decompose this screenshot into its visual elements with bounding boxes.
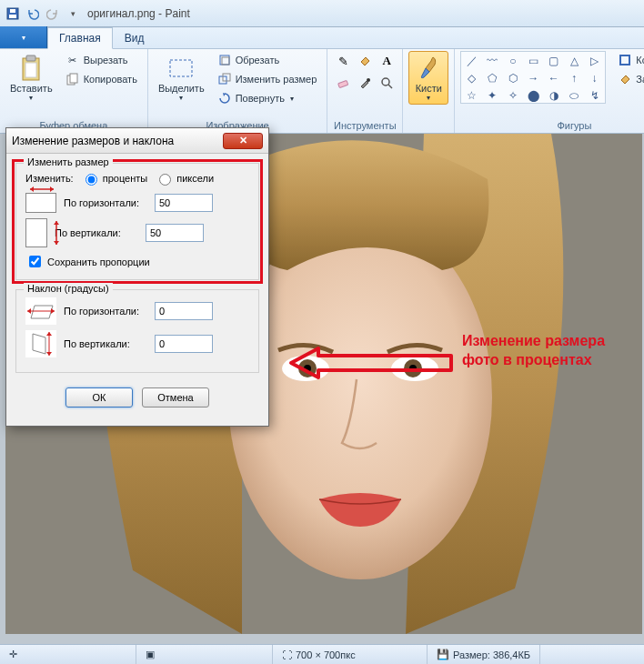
resize-legend: Изменить размер <box>24 156 113 167</box>
svg-rect-1 <box>9 15 16 18</box>
cancel-button[interactable]: Отмена <box>142 387 209 407</box>
selection-icon: ▣ <box>146 649 155 660</box>
skew-vertical-icon <box>25 330 56 357</box>
quick-access-toolbar: ▾ <box>4 5 82 23</box>
skew-h-input[interactable] <box>155 302 213 320</box>
svg-rect-8 <box>170 60 192 76</box>
svg-line-16 <box>388 85 392 88</box>
skew-h-label: По горизонтали: <box>64 306 147 317</box>
group-brushes: Кисти ▾ <box>403 49 455 133</box>
shapes-gallery[interactable]: ／〰○▭▢△▷ ◇⬠⬡→←↑↓ ☆✦✧⬤◑⬭↯ <box>460 51 606 104</box>
rotate-button[interactable]: Повернуть▾ <box>213 89 322 107</box>
crop-button[interactable]: Обрезать <box>213 51 322 69</box>
disk-icon: 💾 <box>437 649 449 660</box>
fill-button[interactable]: Заливка▾ <box>613 70 644 88</box>
svg-rect-13 <box>338 80 348 87</box>
tool-magnifier[interactable] <box>377 73 397 93</box>
radio-pixels[interactable]: пиксели <box>155 171 214 186</box>
dialog-title: Изменение размеров и наклона <box>12 135 223 147</box>
svg-point-14 <box>367 78 370 82</box>
annotation-text: Изменение размера фото в процентах <box>462 332 626 370</box>
resize-button[interactable]: Изменить размер <box>213 70 322 88</box>
radio-percent-input[interactable] <box>86 174 97 186</box>
dialog-titlebar[interactable]: Изменение размеров и наклона ✕ <box>6 128 268 154</box>
titlebar: ▾ оригинал.png - Paint <box>0 0 644 27</box>
radio-pixels-input[interactable] <box>159 174 171 186</box>
brush-icon <box>414 54 443 83</box>
scissors-icon: ✂ <box>65 53 80 67</box>
status-dimensions: ⛶700 × 700пкс <box>273 645 428 664</box>
cursor-icon: ✛ <box>9 649 17 660</box>
redo-icon[interactable] <box>44 5 62 23</box>
svg-rect-17 <box>620 55 629 65</box>
status-cursor: ✛ <box>0 645 136 664</box>
resize-v-input[interactable] <box>146 224 204 242</box>
statusbar: ✛ ▣ ⛶700 × 700пкс 💾Размер: 386,4КБ <box>0 644 644 664</box>
undo-icon[interactable] <box>24 5 42 23</box>
resize-h-input[interactable] <box>155 194 213 212</box>
copy-icon <box>65 72 80 86</box>
ribbon: Вставить ▾ ✂Вырезать Копировать Буфер об… <box>0 49 644 134</box>
group-tools-label: Инструменты <box>333 118 397 133</box>
svg-rect-5 <box>25 63 36 77</box>
cut-button[interactable]: ✂Вырезать <box>61 51 142 69</box>
group-brushes-label <box>408 118 448 133</box>
select-button[interactable]: Выделить ▾ <box>154 51 209 105</box>
tool-eraser[interactable] <box>333 73 353 93</box>
dialog-close-button[interactable]: ✕ <box>223 133 263 149</box>
skew-legend: Наклон (градусы) <box>24 283 113 294</box>
keep-ratio-checkbox[interactable] <box>29 256 41 267</box>
resize-fieldset: Изменить размер Изменить: проценты пиксе… <box>15 163 259 280</box>
window-title: оригинал.png - Paint <box>87 7 190 20</box>
resize-v-label: По вертикали: <box>55 227 138 238</box>
group-shapes-label: Фигуры <box>460 118 644 133</box>
brushes-button[interactable]: Кисти ▾ <box>408 51 448 105</box>
status-selection: ▣ <box>136 645 273 664</box>
skew-v-input[interactable] <box>155 335 213 353</box>
ok-button[interactable]: ОК <box>65 387 133 407</box>
resize-icon <box>217 72 232 86</box>
save-icon[interactable] <box>4 5 22 23</box>
select-icon <box>166 54 196 83</box>
outline-icon <box>618 53 632 67</box>
group-tools: ✎ A Инструменты <box>327 49 403 133</box>
tab-view[interactable]: Вид <box>113 26 156 48</box>
group-clipboard: Вставить ▾ ✂Вырезать Копировать Буфер об… <box>0 49 148 133</box>
svg-rect-4 <box>26 55 35 61</box>
fill-icon <box>618 72 632 86</box>
resize-vertical-icon <box>25 218 47 247</box>
close-icon: ✕ <box>239 135 247 146</box>
svg-point-15 <box>382 78 389 86</box>
copy-button[interactable]: Копировать <box>61 70 142 88</box>
tool-pencil[interactable]: ✎ <box>333 51 353 71</box>
annotation-arrow-icon <box>282 345 455 381</box>
tool-text[interactable]: A <box>377 51 397 71</box>
qat-dropdown-icon[interactable]: ▾ <box>64 5 82 23</box>
clipboard-icon <box>16 54 45 83</box>
radio-percent[interactable]: проценты <box>81 171 148 186</box>
status-filesize: 💾Размер: 386,4КБ <box>428 645 540 664</box>
keep-ratio-label: Сохранить пропорции <box>47 257 150 267</box>
tool-picker[interactable] <box>355 73 375 93</box>
crop-icon <box>217 53 232 67</box>
paste-label: Вставить <box>10 83 53 94</box>
skew-fieldset: Наклон (градусы) По горизонтали: По верт… <box>15 289 259 373</box>
group-shapes: ／〰○▭▢△▷ ◇⬠⬡→←↑↓ ☆✦✧⬤◑⬭↯ Контур▾ Заливка▾… <box>455 49 644 133</box>
svg-rect-10 <box>222 57 229 65</box>
rotate-icon <box>217 91 232 106</box>
ribbon-tabs: Главная Вид <box>0 27 644 49</box>
resize-h-label: По горизонтали: <box>64 197 147 208</box>
skew-v-label: По вертикали: <box>64 338 147 349</box>
dimensions-icon: ⛶ <box>282 649 292 660</box>
paste-button[interactable]: Вставить ▾ <box>5 51 57 105</box>
skew-horizontal-icon <box>25 297 56 325</box>
tool-fill[interactable] <box>355 51 375 71</box>
group-image: Выделить ▾ Обрезать Изменить размер Пове… <box>148 49 327 133</box>
outline-button[interactable]: Контур▾ <box>613 51 644 69</box>
tab-main[interactable]: Главная <box>47 27 113 49</box>
file-button[interactable] <box>0 26 47 48</box>
svg-rect-2 <box>10 9 15 13</box>
resize-horizontal-icon <box>25 193 56 213</box>
resize-skew-dialog: Изменение размеров и наклона ✕ Изменить … <box>5 127 269 427</box>
svg-rect-7 <box>70 74 77 83</box>
